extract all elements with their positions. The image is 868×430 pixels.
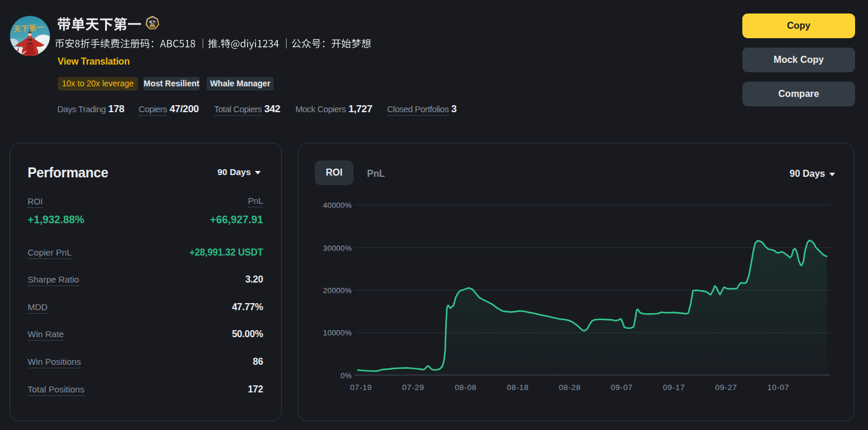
svg-text:40000%: 40000% xyxy=(323,201,352,210)
svg-text:07-29: 07-29 xyxy=(402,383,425,392)
svg-text:07-19: 07-19 xyxy=(350,383,372,392)
svg-text:20000%: 20000% xyxy=(323,286,352,295)
svg-text:10-07: 10-07 xyxy=(767,383,789,392)
svg-text:08-28: 08-28 xyxy=(559,383,581,392)
svg-text:08-18: 08-18 xyxy=(507,383,529,392)
svg-text:0%: 0% xyxy=(341,371,352,380)
svg-text:09-07: 09-07 xyxy=(611,383,633,392)
svg-text:09-27: 09-27 xyxy=(715,383,738,392)
svg-text:08-08: 08-08 xyxy=(455,383,477,392)
svg-text:30000%: 30000% xyxy=(323,244,352,253)
svg-text:10000%: 10000% xyxy=(323,328,352,337)
svg-text:09-17: 09-17 xyxy=(663,383,685,392)
